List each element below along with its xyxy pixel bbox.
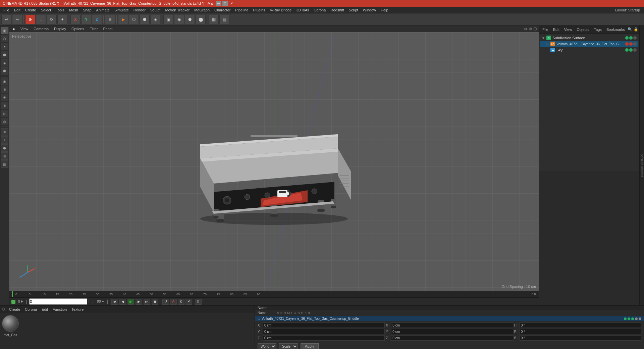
toolbar-poly-mode[interactable]: ⬤ — [196, 15, 206, 24]
record-button[interactable]: ⏺ — [152, 299, 158, 305]
menu-corona[interactable]: Corona — [312, 7, 328, 13]
toolbar-edge-mode[interactable]: ⬟ — [185, 15, 195, 24]
toolbar-y-axis[interactable]: Y — [81, 15, 91, 24]
tool-generator[interactable]: ◈ — [1, 59, 8, 66]
menu-mograph[interactable]: MoGraph — [192, 7, 212, 13]
selected-object-row[interactable]: ⬡ Vollrath_40721_Cayenne_36_Flat_Top_Gas… — [255, 316, 644, 321]
menu-select[interactable]: Select — [39, 7, 53, 13]
tool-spline[interactable]: ✦ — [1, 43, 8, 50]
p-input[interactable] — [520, 329, 641, 334]
play-button[interactable]: ▶ — [127, 299, 134, 305]
toolbar-x-axis[interactable]: X — [70, 15, 80, 24]
apply-button[interactable]: Apply — [301, 343, 319, 349]
menu-tools[interactable]: Tools — [54, 7, 66, 13]
toolbar-point-mode[interactable]: ◉ — [174, 15, 184, 24]
toolbar-render-active[interactable]: ⬢ — [140, 15, 150, 24]
toolbar-scale[interactable]: ⟳ — [47, 15, 57, 24]
obj-visible-dot[interactable] — [625, 36, 629, 40]
rpanel-view[interactable]: View — [562, 27, 574, 32]
rpanel-bookmarks[interactable]: Bookmarks — [604, 27, 627, 32]
tool-nurbs[interactable]: ⬢ — [1, 51, 8, 58]
y2-input[interactable] — [391, 329, 513, 334]
b-input[interactable] — [520, 335, 641, 341]
h-input[interactable] — [520, 322, 641, 328]
menu-pipeline[interactable]: Pipeline — [233, 7, 250, 13]
y-pos-input[interactable] — [263, 329, 385, 334]
scale-dropdown[interactable]: Scale — [279, 343, 298, 349]
tool-scene[interactable]: ◉ — [1, 78, 8, 85]
anim-settings-button[interactable]: ⚙ — [195, 299, 202, 305]
tool-sculpt[interactable]: ⊞ — [1, 152, 8, 160]
obj-item-subdivision[interactable]: ▼ S Subdivision Surface — [540, 35, 638, 41]
menu-file[interactable]: File — [1, 7, 11, 13]
rpanel-file[interactable]: File — [540, 27, 550, 32]
menu-window[interactable]: Window — [361, 7, 378, 13]
toolbar-world-coord[interactable]: ⊞ — [105, 15, 115, 24]
obj-extra-dot-3[interactable] — [633, 48, 637, 52]
obj-render-dot-3[interactable] — [629, 48, 633, 52]
close-button[interactable]: ✕ — [229, 1, 234, 6]
rpanel-edit[interactable]: Edit — [551, 27, 561, 32]
mat-menu-function[interactable]: Function — [51, 307, 69, 312]
menu-sculpt[interactable]: Sculpt — [148, 7, 163, 13]
viewport-menu-panel[interactable]: Panel — [102, 26, 114, 32]
tool-polygon[interactable]: ⬡ — [1, 35, 8, 42]
menu-create[interactable]: Create — [23, 7, 38, 13]
maximize-button[interactable]: □ — [222, 1, 228, 6]
toolbar-object-mode[interactable]: ▣ — [163, 15, 173, 24]
next-frame-button[interactable]: ▶ — [136, 299, 142, 305]
x-pos-input[interactable] — [263, 322, 385, 328]
toolbar-material[interactable]: ▤ — [219, 15, 229, 24]
mat-menu-corona[interactable]: Corona — [23, 307, 39, 312]
viewport-menu-view[interactable]: View — [19, 26, 30, 32]
menu-script[interactable]: Script — [347, 7, 360, 13]
auto-key-button[interactable]: A — [170, 299, 177, 305]
toolbar-undo[interactable]: ↩ — [1, 15, 11, 24]
tool-fx[interactable]: ◎ — [1, 118, 8, 125]
viewport-menu-display[interactable]: Display — [53, 26, 67, 32]
x2-input[interactable] — [391, 322, 513, 328]
toolbar-render-settings[interactable]: ◈ — [150, 15, 160, 24]
menu-character[interactable]: Character — [212, 7, 232, 13]
tool-brush[interactable]: ✤ — [1, 128, 8, 136]
world-dropdown[interactable]: World — [258, 343, 276, 349]
obj-item-sky[interactable]: ☁ Sky — [540, 47, 638, 53]
menu-mesh[interactable]: Mesh — [67, 7, 80, 13]
menu-simulate[interactable]: Simulate — [112, 7, 131, 13]
z-pos-input[interactable] — [263, 335, 385, 341]
obj-render-dot-2[interactable] — [629, 42, 633, 46]
viewport-canvas[interactable]: Perspective — [9, 32, 539, 291]
frame-input[interactable] — [29, 298, 87, 305]
tool-deformer[interactable]: ⬟ — [1, 67, 8, 74]
tool-light[interactable]: ☀ — [1, 94, 8, 101]
toolbar-render-region[interactable]: ⬡ — [129, 15, 139, 24]
tool-tag[interactable]: ▷ — [1, 110, 8, 117]
tool-paint[interactable]: ▦ — [1, 160, 8, 168]
toolbar-move[interactable]: ↕ — [36, 15, 46, 24]
tool-camera[interactable]: ⊕ — [1, 86, 8, 93]
key-sel-button[interactable]: K — [178, 299, 184, 305]
tool-knife[interactable]: ✧ — [1, 136, 8, 144]
mat-menu-texture[interactable]: Texture — [69, 307, 86, 312]
tool-magnet[interactable]: ⬣ — [1, 144, 8, 152]
menu-render[interactable]: Render — [131, 7, 148, 13]
viewport-menu-cameras[interactable]: Cameras — [32, 26, 50, 32]
menu-edit[interactable]: Edit — [12, 7, 22, 13]
mat-menu-edit[interactable]: Edit — [40, 307, 50, 312]
toolbar-z-axis[interactable]: Z — [92, 15, 102, 24]
viewport-menu-filter[interactable]: Filter — [88, 26, 99, 32]
menu-plugins[interactable]: Plugins — [251, 7, 267, 13]
loop-button[interactable]: ↺ — [162, 299, 169, 305]
z2-input[interactable] — [391, 335, 513, 341]
obj-render-dot[interactable] — [629, 36, 633, 40]
toolbar-rotate[interactable]: ✦ — [57, 15, 67, 24]
toolbar-live-select[interactable]: ⊕ — [25, 15, 35, 24]
menu-motion-tracker[interactable]: Motion Tracker — [163, 7, 192, 13]
menu-3dtoall[interactable]: 3DToAll — [294, 7, 311, 13]
obj-visible-dot-2[interactable] — [625, 42, 629, 46]
rpanel-tags[interactable]: Tags — [592, 27, 604, 32]
rpanel-objects[interactable]: Objects — [575, 27, 591, 32]
menu-snap[interactable]: Snap — [81, 7, 94, 13]
go-start-button[interactable]: ⏮ — [111, 299, 118, 305]
obj-item-vollrath[interactable]: ▷ LO Vollrath_40721_Cayenne_36_Flat_Top_… — [540, 41, 638, 47]
